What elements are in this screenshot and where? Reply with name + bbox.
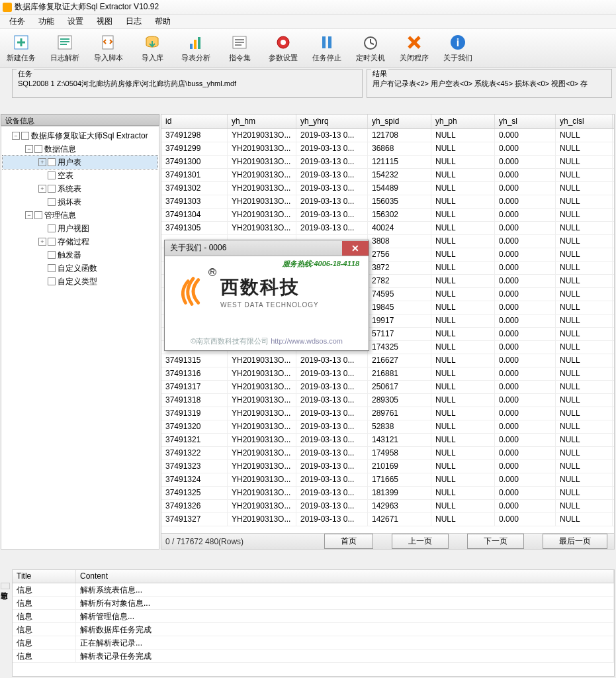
checkbox[interactable] bbox=[48, 264, 56, 272]
checkbox[interactable] bbox=[48, 277, 56, 285]
cell: 37491304 bbox=[161, 209, 228, 221]
param-set-button[interactable]: 参数设置 bbox=[267, 33, 299, 63]
cell: NULL bbox=[556, 420, 613, 433]
checkbox[interactable] bbox=[48, 251, 56, 259]
output-tab[interactable]: 输出信息 bbox=[1, 583, 10, 589]
table-row[interactable]: 37491326YH20190313O...2019-03-13 0...142… bbox=[161, 500, 614, 513]
expand-icon[interactable]: + bbox=[38, 185, 46, 193]
close-button[interactable]: ✕ bbox=[342, 241, 369, 256]
log-parse-button[interactable]: 日志解析 bbox=[49, 33, 81, 63]
pager-next-button[interactable]: 下一页 bbox=[467, 534, 524, 549]
table-row[interactable]: 37491317YH20190313O...2019-03-13 0...250… bbox=[161, 381, 614, 394]
collapse-icon[interactable]: − bbox=[25, 211, 33, 219]
collapse-icon[interactable]: − bbox=[25, 145, 33, 153]
table-row[interactable]: 37491304YH20190313O...2019-03-13 0...156… bbox=[161, 209, 614, 222]
brand-en: WEST DATA TECHNOLOGY bbox=[220, 301, 319, 309]
cell: 37491324 bbox=[161, 473, 228, 486]
collapse-icon[interactable]: − bbox=[12, 132, 20, 140]
table-row[interactable]: 37491316YH20190313O...2019-03-13 0...216… bbox=[161, 367, 614, 381]
log-row[interactable]: 信息解析表记录任务完成 bbox=[13, 650, 614, 663]
menu-view[interactable]: 视图 bbox=[90, 15, 119, 28]
menu-task[interactable]: 任务 bbox=[3, 15, 32, 28]
about-dialog[interactable]: 关于我们 - 0006 ✕ 服务热线:4006-18-4118 R 西数科技 W… bbox=[164, 240, 369, 351]
checkbox[interactable] bbox=[34, 211, 42, 219]
log-panel[interactable]: Title Content 信息解析系统表信息...信息解析所有对象信息...信… bbox=[12, 569, 615, 677]
menu-settings[interactable]: 设置 bbox=[61, 15, 90, 28]
table-row[interactable]: 37491318YH20190313O...2019-03-13 0...289… bbox=[161, 394, 614, 407]
cell: 37491299 bbox=[161, 142, 228, 155]
tree-sys-table[interactable]: +系统表 bbox=[3, 182, 157, 195]
col-yh_hm[interactable]: yh_hm bbox=[228, 115, 296, 128]
menu-help[interactable]: 帮助 bbox=[148, 15, 177, 28]
table-row[interactable]: 37491324YH20190313O...2019-03-13 0...171… bbox=[161, 473, 614, 487]
log-row[interactable]: 信息解析所有对象信息... bbox=[13, 597, 614, 610]
checkbox[interactable] bbox=[48, 224, 56, 232]
table-row[interactable]: 37491305YH20190313O...2019-03-13 0...400… bbox=[161, 222, 614, 235]
about-button[interactable]: i关于我们 bbox=[442, 33, 474, 63]
col-yh_spid[interactable]: yh_spid bbox=[368, 115, 431, 128]
dialog-titlebar[interactable]: 关于我们 - 0006 ✕ bbox=[165, 240, 369, 256]
checkbox[interactable] bbox=[34, 145, 42, 153]
table-row[interactable]: 37491327YH20190313O...2019-03-13 0...142… bbox=[161, 513, 614, 526]
table-row[interactable]: 37491325YH20190313O...2019-03-13 0...181… bbox=[161, 487, 614, 500]
checkbox[interactable] bbox=[48, 238, 56, 246]
pager-first-button[interactable]: 首页 bbox=[324, 534, 373, 549]
table-row[interactable]: 37491302YH20190313O...2019-03-13 0...154… bbox=[161, 182, 614, 195]
checkbox[interactable] bbox=[48, 171, 56, 179]
close-prog-button[interactable]: 关闭程序 bbox=[398, 33, 430, 63]
col-yh_clsl[interactable]: yh_clsl bbox=[556, 115, 613, 128]
menu-func[interactable]: 功能 bbox=[32, 15, 61, 28]
import-script-button[interactable]: 导入脚本 bbox=[93, 33, 124, 63]
log-row[interactable]: 信息解析系统表信息... bbox=[13, 583, 614, 597]
tree-user-view[interactable]: 用户视图 bbox=[3, 222, 157, 235]
table-row[interactable]: 37491323YH20190313O...2019-03-13 0...210… bbox=[161, 460, 614, 473]
menu-log[interactable]: 日志 bbox=[119, 15, 148, 28]
task-stop-button[interactable]: 任务停止 bbox=[311, 33, 343, 63]
col-yh_ph[interactable]: yh_ph bbox=[431, 115, 495, 128]
tree-data-info[interactable]: −数据信息 bbox=[3, 142, 157, 156]
expand-icon[interactable]: + bbox=[38, 238, 46, 246]
pager-last-button[interactable]: 最后一页 bbox=[543, 534, 607, 549]
log-row[interactable]: 信息解析管理信息... bbox=[13, 610, 614, 623]
checkbox[interactable] bbox=[48, 185, 56, 193]
table-row[interactable]: 37491300YH20190313O...2019-03-13 0...121… bbox=[161, 156, 614, 169]
expand-icon[interactable]: + bbox=[38, 158, 46, 166]
app-icon bbox=[3, 3, 12, 12]
table-row[interactable]: 37491322YH20190313O...2019-03-13 0...174… bbox=[161, 447, 614, 460]
table-row[interactable]: 37491298YH20190313O...2019-03-13 0...121… bbox=[161, 129, 614, 142]
company-url[interactable]: http://www.wdsos.com bbox=[271, 337, 343, 345]
tree-panel[interactable]: −数据库修复取证大师Sql Extractor −数据信息 +用户表 空表 +系… bbox=[1, 126, 159, 550]
export-lib-button[interactable]: 导入库 bbox=[136, 33, 168, 63]
tree-trigger[interactable]: 触发器 bbox=[3, 248, 157, 262]
table-row[interactable]: 37491320YH20190313O...2019-03-13 0...528… bbox=[161, 420, 614, 434]
checkbox[interactable] bbox=[48, 158, 56, 166]
table-row[interactable]: 37491321YH20190313O...2019-03-13 0...143… bbox=[161, 434, 614, 447]
col-yh_sl[interactable]: yh_sl bbox=[495, 115, 556, 128]
timed-shutdown-button[interactable]: 定时关机 bbox=[355, 33, 386, 63]
tree-mgmt-info[interactable]: −管理信息 bbox=[3, 209, 157, 222]
tree-custom-type[interactable]: 自定义类型 bbox=[3, 275, 157, 288]
table-row[interactable]: 37491315YH20190313O...2019-03-13 0...216… bbox=[161, 354, 614, 367]
tree-stored-proc[interactable]: +存储过程 bbox=[3, 235, 157, 248]
checkbox[interactable] bbox=[21, 132, 29, 140]
table-row[interactable]: 37491299YH20190313O...2019-03-13 0...368… bbox=[161, 142, 614, 156]
log-row[interactable]: 信息解析数据库任务完成 bbox=[13, 623, 614, 636]
col-yh_yhrq[interactable]: yh_yhrq bbox=[296, 115, 368, 128]
tree-custom-func[interactable]: 自定义函数 bbox=[3, 262, 157, 275]
table-row[interactable]: 37491301YH20190313O...2019-03-13 0...154… bbox=[161, 169, 614, 182]
col-id[interactable]: id bbox=[161, 115, 228, 128]
tree-root[interactable]: −数据库修复取证大师Sql Extractor bbox=[3, 129, 157, 142]
tree-bad-table[interactable]: 损坏表 bbox=[3, 195, 157, 209]
export-analysis-button[interactable]: 导表分析 bbox=[180, 33, 212, 63]
cell: 3872 bbox=[368, 262, 431, 274]
new-task-button[interactable]: 新建任务 bbox=[5, 33, 37, 63]
checkbox[interactable] bbox=[48, 198, 56, 206]
cell: NULL bbox=[431, 487, 495, 499]
table-row[interactable]: 37491303YH20190313O...2019-03-13 0...156… bbox=[161, 195, 614, 209]
log-row[interactable]: 信息正在解析表记录... bbox=[13, 636, 614, 650]
cmd-set-button[interactable]: 指令集 bbox=[224, 33, 255, 63]
tree-empty-table[interactable]: 空表 bbox=[3, 169, 157, 182]
table-row[interactable]: 37491319YH20190313O...2019-03-13 0...289… bbox=[161, 407, 614, 420]
pager-prev-button[interactable]: 上一页 bbox=[392, 534, 449, 549]
tree-user-table[interactable]: +用户表 bbox=[3, 156, 157, 169]
